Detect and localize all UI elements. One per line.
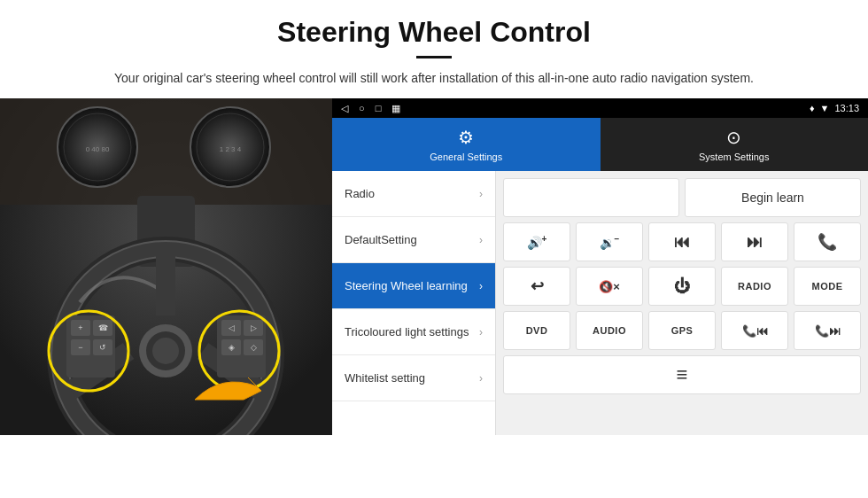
svg-text:1 2 3 4: 1 2 3 4: [220, 145, 242, 153]
tab-general[interactable]: ⚙ General Settings: [332, 118, 601, 171]
gps-label: GPS: [671, 325, 694, 336]
phone-button[interactable]: 📞: [794, 222, 861, 261]
screenshot-icon[interactable]: ▦: [391, 103, 400, 114]
tab-general-label: General Settings: [430, 152, 502, 162]
radio-button[interactable]: RADIO: [721, 267, 788, 306]
header-section: Steering Wheel Control Your original car…: [0, 0, 868, 98]
empty-placeholder-box: [503, 178, 679, 217]
menu-radio-label: Radio: [345, 187, 479, 200]
power-button[interactable]: ⏻: [648, 267, 716, 306]
system-settings-icon: ⊙: [726, 127, 741, 148]
svg-text:◁: ◁: [229, 323, 235, 332]
status-bar: ◁ ○ □ ▦ ♦ ▼ 13:13: [332, 98, 868, 118]
control-row-1: 🔊+ 🔉− ⏮ ⏭ 📞: [503, 222, 861, 261]
vol-down-button[interactable]: 🔉−: [576, 222, 643, 261]
svg-text:↺: ↺: [99, 343, 106, 352]
device-section: ◁ ○ □ ▦ ♦ ▼ 13:13 ⚙ General Settings: [332, 98, 868, 435]
hang-up-button[interactable]: ↩: [503, 267, 570, 306]
page-container: Steering Wheel Control Your original car…: [0, 0, 868, 435]
vol-up-icon: 🔊+: [527, 234, 547, 250]
svg-text:◈: ◈: [229, 343, 235, 352]
dvd-label: DVD: [526, 325, 548, 336]
chevron-icon-whitelist: ›: [479, 372, 483, 385]
chevron-icon-tricoloured: ›: [479, 326, 483, 338]
car-image-section: 0 40 80 1 2 3 4: [0, 98, 332, 435]
recents-icon[interactable]: □: [376, 103, 382, 113]
gps-button[interactable]: GPS: [648, 311, 716, 350]
chevron-icon-radio: ›: [479, 188, 483, 200]
steering-wheel-photo: 0 40 80 1 2 3 4: [0, 98, 332, 435]
vol-up-button[interactable]: 🔊+: [503, 222, 570, 261]
begin-learn-button[interactable]: Begin learn: [685, 178, 861, 217]
general-settings-icon: ⚙: [458, 127, 474, 148]
menu-list: Radio › DefaultSetting › Steering Wheel …: [332, 171, 496, 435]
power-icon: ⏻: [674, 277, 690, 296]
tab-system-label: System Settings: [699, 152, 769, 162]
status-bar-right: ♦ ▼ 13:13: [810, 103, 859, 113]
home-icon[interactable]: ○: [359, 103, 365, 113]
vol-down-icon: 🔉−: [600, 234, 620, 250]
tel-prev-icon: 📞⏮: [742, 324, 768, 338]
menu-item-tricoloured[interactable]: Tricoloured light settings ›: [332, 309, 495, 355]
radio-label: RADIO: [738, 281, 771, 292]
svg-text:0 40 80: 0 40 80: [86, 145, 110, 153]
chevron-icon-default: ›: [479, 234, 483, 246]
header-subtitle: Your original car's steering wheel contr…: [53, 69, 815, 88]
begin-learn-row: Begin learn: [503, 178, 861, 217]
control-row-2: ↩ 🔇× ⏻ RADIO MODE: [503, 267, 861, 306]
next-track-icon: ⏭: [747, 233, 763, 252]
list-icon: ≡: [677, 363, 688, 386]
hang-up-icon: ↩: [531, 276, 544, 296]
tab-system[interactable]: ⊙ System Settings: [601, 118, 869, 171]
mode-label: MODE: [812, 281, 843, 292]
back-icon[interactable]: ◁: [341, 103, 348, 114]
menu-item-whitelist[interactable]: Whitelist setting ›: [332, 355, 495, 401]
menu-whitelist-label: Whitelist setting: [345, 371, 479, 385]
tel-next-button[interactable]: 📞⏭: [794, 311, 861, 350]
tel-prev-button[interactable]: 📞⏮: [721, 311, 788, 350]
control-row-4: ≡: [503, 355, 861, 394]
menu-item-radio[interactable]: Radio ›: [332, 171, 495, 217]
svg-point-17: [152, 338, 179, 364]
menu-steering-label: Steering Wheel learning: [345, 279, 479, 292]
svg-text:▷: ▷: [251, 323, 257, 332]
status-bar-left: ◁ ○ □ ▦: [341, 103, 400, 114]
svg-text:+: +: [78, 323, 82, 332]
prev-track-icon: ⏮: [674, 233, 690, 252]
audio-label: AUDIO: [593, 325, 626, 336]
content-area: Radio › DefaultSetting › Steering Wheel …: [332, 171, 868, 435]
location-icon: ♦: [810, 103, 815, 113]
tel-next-icon: 📞⏭: [815, 324, 841, 338]
audio-button[interactable]: AUDIO: [576, 311, 643, 350]
menu-tricoloured-label: Tricoloured light settings: [345, 325, 479, 338]
header-divider: [416, 56, 452, 58]
phone-icon: 📞: [818, 232, 837, 252]
svg-text:☎: ☎: [98, 323, 108, 332]
svg-rect-1: [0, 98, 332, 205]
control-panel: Begin learn 🔊+ 🔉− ⏮: [496, 171, 868, 435]
svg-text:−: −: [78, 343, 82, 352]
page-title: Steering Wheel Control: [53, 16, 815, 49]
next-track-button[interactable]: ⏭: [721, 222, 788, 261]
wifi-icon: ▼: [820, 103, 830, 113]
chevron-icon-steering: ›: [479, 280, 483, 292]
time-display: 13:13: [834, 103, 859, 113]
menu-default-label: DefaultSetting: [345, 233, 479, 246]
mode-button[interactable]: MODE: [794, 267, 861, 306]
list-icon-button[interactable]: ≡: [503, 355, 861, 394]
menu-item-steering[interactable]: Steering Wheel learning ›: [332, 263, 495, 309]
main-content: 0 40 80 1 2 3 4: [0, 98, 868, 435]
menu-item-default[interactable]: DefaultSetting ›: [332, 217, 495, 263]
mute-button[interactable]: 🔇×: [576, 267, 643, 306]
car-svg: 0 40 80 1 2 3 4: [0, 98, 332, 435]
mute-icon: 🔇×: [599, 280, 620, 293]
tab-bar: ⚙ General Settings ⊙ System Settings: [332, 118, 868, 171]
control-row-3: DVD AUDIO GPS 📞⏮ 📞⏭: [503, 311, 861, 350]
prev-track-button[interactable]: ⏮: [648, 222, 716, 261]
svg-text:◇: ◇: [251, 343, 257, 352]
dvd-button[interactable]: DVD: [503, 311, 570, 350]
